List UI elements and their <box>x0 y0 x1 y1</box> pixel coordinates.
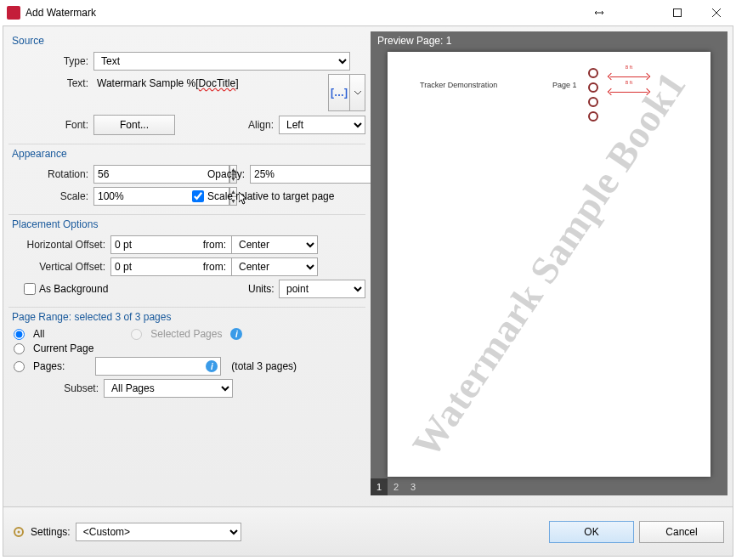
preview-header: Preview Page: 1 <box>371 31 728 50</box>
preview-radio-marks <box>588 64 598 126</box>
svg-point-2 <box>18 530 20 533</box>
from-v-label: from: <box>201 261 231 273</box>
text-label: Text: <box>8 74 93 89</box>
hoff-spinner[interactable]: ▲▼ <box>110 235 180 254</box>
pagerange-heading: Page Range: selected 3 of 3 pages <box>12 311 365 323</box>
opacity-input[interactable] <box>250 165 386 184</box>
preview-doc-title: Tracker Demonstration <box>420 81 497 89</box>
preview-panel: Preview Page: 1 Tracker Demonstration Pa… <box>371 31 728 495</box>
scale-spinner[interactable]: ▲▼ <box>93 187 180 206</box>
insert-token-dropdown[interactable] <box>350 74 365 111</box>
subset-label: Subset: <box>8 382 104 394</box>
chevron-down-icon <box>354 89 361 96</box>
placement-heading: Placement Options <box>12 218 365 230</box>
watermark-text-input[interactable]: Watermark Sample %[DocTitle] <box>93 74 325 111</box>
preview-page-number: Page 1 <box>552 81 577 89</box>
titlebar: Add Watermark <box>0 0 736 25</box>
all-pages-label: All <box>33 328 44 340</box>
units-select[interactable]: point <box>279 280 365 298</box>
preview-page: Tracker Demonstration Page 1 8 ft 8 ft W… <box>388 52 711 477</box>
appearance-heading: Appearance <box>12 148 365 160</box>
preview-body: Tracker Demonstration Page 1 8 ft 8 ft W… <box>371 50 728 478</box>
preview-page-tabs: 1 2 3 <box>371 478 728 495</box>
font-button[interactable]: Font... <box>93 115 175 135</box>
total-pages-text: (total 3 pages) <box>231 360 297 372</box>
selected-pages-radio[interactable] <box>131 329 142 340</box>
as-background-checkbox[interactable] <box>24 283 36 295</box>
subset-select[interactable]: All Pages <box>104 379 233 398</box>
as-background-label: As Background <box>39 283 108 295</box>
type-label: Type: <box>8 55 93 67</box>
selected-pages-label: Selected Pages <box>150 328 222 340</box>
pages-input[interactable] <box>95 357 221 376</box>
options-panel: Source Type: Text Text: Watermark Sample… <box>8 31 365 495</box>
scale-label: Scale: <box>8 190 93 202</box>
insert-token-button[interactable]: […] <box>328 74 350 111</box>
scale-relative-checkbox[interactable] <box>192 190 204 202</box>
align-label: Align: <box>245 119 279 131</box>
info-icon[interactable]: i <box>230 328 242 340</box>
settings-label: Settings: <box>31 526 71 538</box>
dialog-footer: Settings: <Custom> OK Cancel <box>3 506 733 556</box>
restore-width-button[interactable] <box>580 0 619 25</box>
text-prefix: Watermark Sample %[ <box>97 77 199 89</box>
dialog-client: Source Type: Text Text: Watermark Sample… <box>3 25 733 557</box>
text-suffix: ] <box>235 77 238 89</box>
rotation-label: Rotation: <box>8 168 93 180</box>
cancel-button[interactable]: Cancel <box>639 521 724 543</box>
opacity-label: Opacity: <box>180 168 250 180</box>
hoff-label: Horizontal Offset: <box>8 239 110 251</box>
from-v-select[interactable]: Center <box>231 257 318 276</box>
voff-spinner[interactable]: ▲▼ <box>110 257 180 276</box>
from-h-select[interactable]: Center <box>231 235 318 254</box>
text-token: DocTitle <box>199 77 236 89</box>
current-page-radio[interactable] <box>14 343 25 354</box>
pages-radio[interactable] <box>14 361 25 372</box>
page-tab-1[interactable]: 1 <box>371 478 388 495</box>
all-pages-radio[interactable] <box>14 329 25 340</box>
page-tab-3[interactable]: 3 <box>405 478 422 495</box>
gear-icon <box>12 525 25 539</box>
settings-select[interactable]: <Custom> <box>76 523 241 541</box>
align-select[interactable]: Left <box>279 116 365 134</box>
close-button[interactable] <box>697 0 736 25</box>
type-select[interactable]: Text <box>93 52 350 71</box>
app-icon <box>7 6 20 20</box>
units-label: Units: <box>248 283 279 295</box>
source-heading: Source <box>12 35 365 47</box>
rotation-spinner[interactable]: ▲▼ <box>93 165 180 184</box>
scale-relative-label: Scale relative to target page <box>207 190 334 202</box>
ok-button[interactable]: OK <box>549 521 634 543</box>
preview-watermark: Watermark Sample Book1 <box>403 63 694 465</box>
window-title: Add Watermark <box>25 7 96 19</box>
current-page-label: Current Page <box>33 342 93 354</box>
font-label: Font: <box>8 119 93 131</box>
svg-rect-0 <box>674 9 682 17</box>
opacity-spinner[interactable]: ▲▼ <box>250 165 337 184</box>
from-h-label: from: <box>201 239 231 251</box>
page-tab-2[interactable]: 2 <box>388 478 405 495</box>
maximize-button[interactable] <box>658 0 697 25</box>
voff-label: Vertical Offset: <box>8 261 110 273</box>
pages-label: Pages: <box>33 360 65 372</box>
